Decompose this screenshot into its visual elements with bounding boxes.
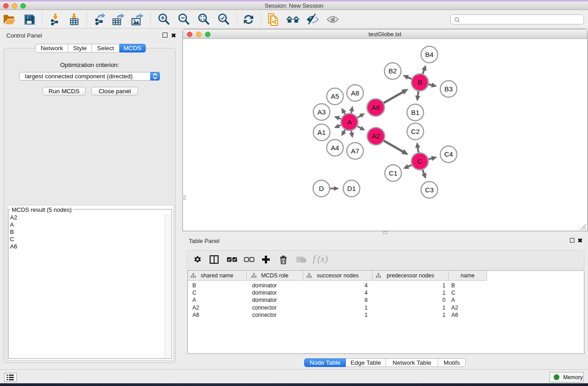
svg-text:A1: A1 [317,129,325,136]
svg-text:C: C [417,157,422,165]
svg-text:C1: C1 [389,169,397,177]
svg-text:B2: B2 [388,67,397,75]
svg-text:C4: C4 [444,150,453,158]
svg-text:A3: A3 [317,108,325,116]
svg-text:A4: A4 [331,144,339,152]
svg-text:B: B [417,78,422,86]
svg-text:A7: A7 [351,147,359,155]
svg-text:D1: D1 [347,185,356,192]
svg-text:B3: B3 [445,85,453,93]
svg-text:A8: A8 [351,89,359,97]
svg-text:C2: C2 [411,128,420,135]
svg-text:D: D [319,185,324,192]
svg-text:C3: C3 [425,186,434,194]
svg-text:A2: A2 [372,132,380,140]
svg-text:B4: B4 [425,51,433,58]
svg-text:A6: A6 [372,104,380,111]
svg-text:A5: A5 [331,92,339,100]
svg-text:A: A [347,118,352,126]
svg-text:B1: B1 [411,109,419,116]
